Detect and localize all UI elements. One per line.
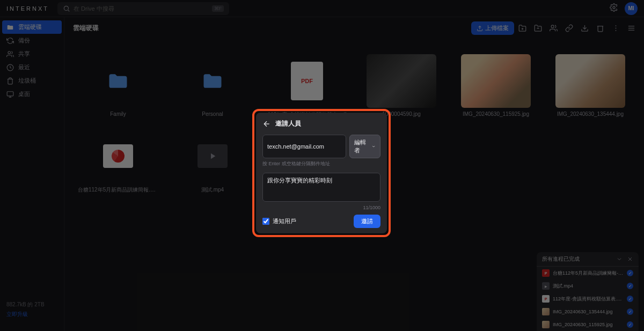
char-counter: 11/1000 — [262, 205, 380, 210]
notify-checkbox-wrap[interactable]: 通知用戶 — [262, 217, 296, 225]
chevron-down-icon — [371, 144, 376, 149]
dialog-title: 邀請人員 — [275, 119, 301, 128]
notify-label: 通知用戶 — [273, 217, 296, 225]
role-label: 編輯者 — [354, 138, 369, 155]
dialog-highlight-border: 邀請人員 編輯者 按 Enter 或空格鍵分隔郵件地址 11/1000 通知用戶… — [252, 109, 391, 237]
notify-checkbox[interactable] — [262, 218, 269, 225]
role-dropdown[interactable]: 編輯者 — [349, 135, 380, 158]
email-input[interactable] — [262, 135, 346, 158]
invite-button[interactable]: 邀請 — [354, 215, 380, 228]
message-input[interactable] — [262, 173, 380, 202]
back-arrow-icon[interactable] — [262, 120, 271, 128]
invite-dialog: 邀請人員 編輯者 按 Enter 或空格鍵分隔郵件地址 11/1000 通知用戶… — [256, 113, 387, 233]
email-hint: 按 Enter 或空格鍵分隔郵件地址 — [262, 160, 380, 167]
